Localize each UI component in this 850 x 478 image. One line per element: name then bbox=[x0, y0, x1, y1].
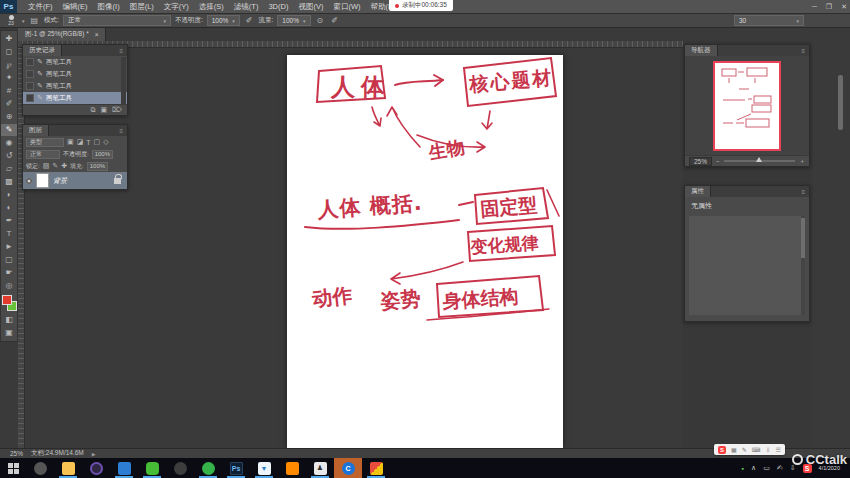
menu-edit[interactable]: 编辑(E) bbox=[58, 0, 93, 13]
taskbar-colorful-app[interactable] bbox=[362, 458, 390, 478]
crop-tool[interactable]: # bbox=[1, 85, 17, 97]
history-source-checkbox[interactable] bbox=[26, 82, 34, 90]
menu-filter[interactable]: 滤镜(T) bbox=[229, 0, 264, 13]
magic-wand-tool[interactable]: ✦ bbox=[1, 72, 17, 84]
taskbar-cctalk-active[interactable]: C bbox=[334, 458, 362, 478]
color-swatches[interactable] bbox=[1, 295, 17, 311]
sogou-download-icon[interactable]: ⇩ bbox=[765, 446, 770, 453]
close-icon[interactable]: ✕ bbox=[841, 3, 847, 11]
dodge-tool[interactable]: ◐ bbox=[1, 202, 17, 214]
blend-mode-select[interactable]: 正常 ▾ bbox=[63, 15, 171, 26]
menu-file[interactable]: 文件(F) bbox=[23, 0, 58, 13]
menu-3d[interactable]: 3D(D) bbox=[263, 0, 293, 13]
airbrush-icon[interactable]: ⊙ bbox=[315, 16, 326, 25]
taskbar-video-app[interactable] bbox=[110, 458, 138, 478]
flow-input[interactable]: 100% ▾ bbox=[277, 15, 310, 26]
navigator-zoom-slider[interactable] bbox=[724, 160, 795, 162]
filter-adjustment-icon[interactable]: ◪ bbox=[77, 138, 84, 146]
layers-tab[interactable]: 图层 bbox=[23, 125, 49, 136]
layer-row-background[interactable]: 背景 bbox=[23, 172, 127, 189]
minimize-icon[interactable]: ─ bbox=[812, 3, 817, 10]
filter-smart-icon[interactable]: ◇ bbox=[103, 138, 108, 146]
history-source-checkbox[interactable] bbox=[26, 94, 34, 102]
menu-layer[interactable]: 图层(L) bbox=[125, 0, 159, 13]
history-source-checkbox[interactable] bbox=[26, 70, 34, 78]
menu-window[interactable]: 窗口(W) bbox=[328, 0, 365, 13]
chevron-down-icon[interactable]: ▾ bbox=[22, 18, 25, 24]
layer-filter-select[interactable]: 类型 bbox=[26, 138, 64, 147]
history-item[interactable]: ✎ 画笔工具 bbox=[23, 80, 127, 92]
tab-close-icon[interactable]: × bbox=[95, 31, 99, 38]
panel-menu-icon[interactable]: ≡ bbox=[801, 48, 809, 54]
tray-network-icon[interactable]: ⇩ bbox=[790, 464, 796, 472]
blur-tool[interactable]: ◗ bbox=[1, 189, 17, 201]
taskbar-dark-app[interactable] bbox=[166, 458, 194, 478]
sogou-menu-icon[interactable]: ☰ bbox=[775, 446, 780, 453]
history-item[interactable]: ✎ 画笔工具 bbox=[23, 56, 127, 68]
smoothing-select[interactable]: 30 ▾ bbox=[734, 15, 804, 26]
taskbar-green-app[interactable] bbox=[194, 458, 222, 478]
filter-shape-icon[interactable]: ▢ bbox=[94, 138, 101, 146]
foreground-color-swatch[interactable] bbox=[2, 295, 12, 305]
taskbar-date[interactable]: 4/1/2020 bbox=[819, 465, 844, 471]
slider-thumb[interactable] bbox=[756, 157, 762, 162]
zoom-tool[interactable]: ◎ bbox=[1, 280, 17, 292]
restore-icon[interactable]: ❐ bbox=[826, 3, 832, 11]
panel-menu-icon[interactable]: ≡ bbox=[119, 128, 127, 134]
document-tab[interactable]: 图-1 @ 25%(RGB/8) * × bbox=[18, 28, 106, 41]
move-tool[interactable]: ✚ bbox=[1, 33, 17, 45]
tray-window-icon[interactable]: ▭ bbox=[763, 464, 770, 472]
healing-brush-tool[interactable]: ⊕ bbox=[1, 111, 17, 123]
layer-fill-input[interactable]: 100% bbox=[87, 162, 108, 171]
menu-image[interactable]: 图像(I) bbox=[93, 0, 125, 13]
path-select-tool[interactable]: ► bbox=[1, 241, 17, 253]
navigator-tab[interactable]: 导航器 bbox=[685, 45, 718, 56]
taskbar-orange-app[interactable] bbox=[278, 458, 306, 478]
history-source-checkbox[interactable] bbox=[26, 58, 34, 66]
type-tool[interactable]: T bbox=[1, 228, 17, 240]
visibility-eye-icon[interactable] bbox=[26, 178, 32, 184]
eraser-tool[interactable]: ▱ bbox=[1, 163, 17, 175]
taskbar-thunder-app[interactable]: ▼ bbox=[250, 458, 278, 478]
delete-state-icon[interactable]: ⌦ bbox=[112, 106, 122, 114]
filter-type-icon[interactable]: T bbox=[86, 139, 90, 146]
marquee-tool[interactable]: ◻ bbox=[1, 46, 17, 58]
filter-pixel-icon[interactable]: ▣ bbox=[67, 138, 74, 146]
lock-transparency-icon[interactable]: ▨ bbox=[43, 162, 50, 170]
taskbar-photoshop[interactable]: Ps bbox=[222, 458, 250, 478]
new-document-from-state-icon[interactable]: ⧉ bbox=[90, 106, 95, 114]
start-button[interactable] bbox=[0, 458, 26, 478]
blend-mode-select[interactable]: 正常 bbox=[26, 150, 60, 159]
brush-settings-icon[interactable]: ▤ bbox=[29, 16, 41, 25]
history-item-selected[interactable]: ✎ 画笔工具 bbox=[23, 92, 127, 104]
screen-mode-icon[interactable]: ▣ bbox=[1, 327, 17, 339]
lasso-tool[interactable]: ℘ bbox=[1, 59, 17, 71]
taskbar-sketch-app[interactable]: ♟ bbox=[306, 458, 334, 478]
brush-preset-picker[interactable]: 23 bbox=[4, 15, 18, 26]
clone-stamp-tool[interactable]: ◉ bbox=[1, 137, 17, 149]
sogou-tray-icon[interactable]: S bbox=[803, 464, 812, 473]
navigator-thumbnail[interactable] bbox=[715, 63, 779, 149]
tray-status-icon[interactable]: ▪ bbox=[742, 465, 744, 472]
pen-tool[interactable]: ✒ bbox=[1, 215, 17, 227]
menu-type[interactable]: 文字(Y) bbox=[159, 0, 194, 13]
lock-position-icon[interactable]: ✚ bbox=[61, 162, 67, 170]
taskbar-browser-app[interactable] bbox=[82, 458, 110, 478]
pressure-opacity-icon[interactable]: ✐ bbox=[244, 16, 255, 25]
eyedropper-tool[interactable]: ✐ bbox=[1, 98, 17, 110]
shape-tool[interactable]: ▢ bbox=[1, 254, 17, 266]
menu-select[interactable]: 选择(S) bbox=[194, 0, 229, 13]
lock-pixels-icon[interactable]: ✎ bbox=[52, 162, 58, 170]
brush-tool[interactable]: ✎ bbox=[1, 124, 17, 136]
history-tab[interactable]: 历史记录 bbox=[23, 45, 62, 56]
panel-menu-icon[interactable]: ≡ bbox=[801, 189, 809, 195]
opacity-input[interactable]: 100% ▾ bbox=[207, 15, 240, 26]
panel-menu-icon[interactable]: ≡ bbox=[119, 48, 127, 54]
status-zoom-value[interactable]: 25% bbox=[10, 450, 23, 457]
sogou-grid-icon[interactable]: ▦ bbox=[731, 446, 737, 453]
smoothing-icon[interactable]: ✐ bbox=[329, 16, 340, 25]
canvas-document[interactable]: 人体 核心题材 生物 人体 概括. 固定型 变化规律 动作 姿势 bbox=[287, 55, 563, 448]
taskbar-search-app[interactable] bbox=[26, 458, 54, 478]
sogou-keyboard-icon[interactable]: ⌨ bbox=[752, 446, 761, 453]
new-snapshot-icon[interactable]: ▣ bbox=[100, 106, 107, 114]
